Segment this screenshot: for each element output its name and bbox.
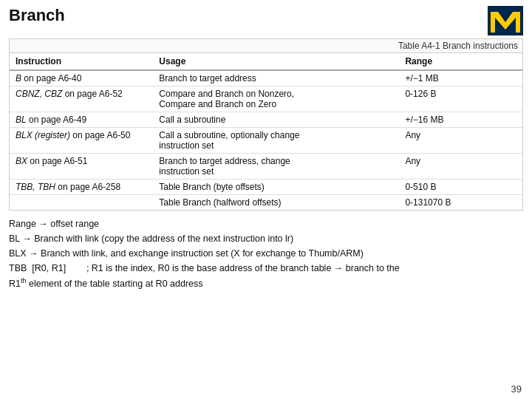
cell-range: 0-126 B (399, 86, 522, 112)
cell-range: +/−1 MB (399, 70, 522, 86)
slide-number: 39 (511, 383, 522, 395)
table-row: TBB, TBH on page A6-258Table Branch (byt… (10, 180, 522, 195)
note-line-3: BLX → Branch with link, and exchange ins… (9, 246, 523, 261)
note-line-4: TBB [R0, R1] ; R1 is the index, R0 is th… (9, 261, 523, 276)
note-line-1: Range → offset range (9, 216, 523, 231)
cell-usage: Call a subroutine (153, 112, 399, 128)
cell-usage: Branch to target address (153, 70, 399, 86)
table-row: Table Branch (halfword offsets)0-131070 … (10, 195, 522, 211)
cell-usage: Table Branch (halfword offsets) (153, 195, 399, 211)
cell-instruction: CBNZ, CBZ on page A6-52 (10, 86, 153, 112)
cell-usage: Compare and Branch on Nonzero, Compare a… (153, 86, 399, 112)
cell-instruction (10, 195, 153, 211)
note-line-5: R1th element of the table starting at R0… (9, 276, 523, 291)
cell-instruction: TBB, TBH on page A6-258 (10, 180, 153, 195)
table-row: B on page A6-40Branch to target address+… (10, 70, 522, 86)
cell-usage: Call a subroutine, optionally change ins… (153, 128, 399, 154)
cell-instruction: B on page A6-40 (10, 70, 153, 86)
table-row: BL on page A6-49Call a subroutine+/−16 M… (10, 112, 522, 128)
table-row: BX on page A6-51Branch to target address… (10, 154, 522, 180)
cell-range: Any (399, 154, 522, 180)
col-header-usage: Usage (153, 53, 399, 70)
cell-instruction: BL on page A6-49 (10, 112, 153, 128)
cell-usage: Branch to target address, change instruc… (153, 154, 399, 180)
university-logo (488, 6, 523, 35)
cell-range: Any (399, 128, 522, 154)
branch-instructions-table: Instruction Usage Range B on page A6-40B… (10, 53, 522, 210)
cell-range: 0-510 B (399, 180, 522, 195)
cell-range: +/−16 MB (399, 112, 522, 128)
cell-instruction: BLX (register) on page A6-50 (10, 128, 153, 154)
note-line-2: BL → Branch with link (copy the address … (9, 231, 523, 246)
page-title: Branch (9, 6, 65, 25)
cell-instruction: BX on page A6-51 (10, 154, 153, 180)
table-caption: Table A4-1 Branch instructions (10, 39, 522, 53)
notes-section: Range → offset range BL → Branch with li… (0, 211, 532, 294)
table-row: BLX (register) on page A6-50Call a subro… (10, 128, 522, 154)
instruction-table-container: Table A4-1 Branch instructions Instructi… (9, 38, 523, 211)
cell-usage: Table Branch (byte offsets) (153, 180, 399, 195)
table-row: CBNZ, CBZ on page A6-52Compare and Branc… (10, 86, 522, 112)
col-header-instruction: Instruction (10, 53, 153, 70)
col-header-range: Range (399, 53, 522, 70)
cell-range: 0-131070 B (399, 195, 522, 211)
